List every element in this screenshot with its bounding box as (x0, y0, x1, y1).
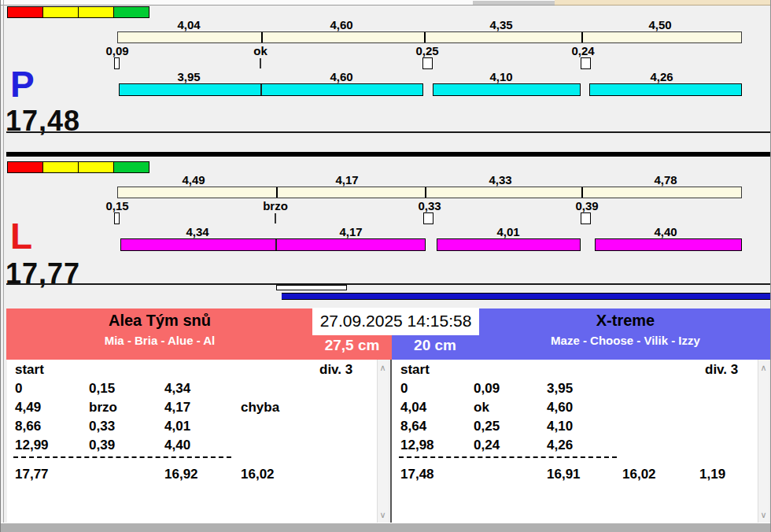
cell-leg-time: 4,60 (547, 400, 573, 416)
team-right-members: Maze - Choose - Vilik - Izzy (479, 334, 771, 347)
strip-segment-green (113, 6, 149, 18)
lane-p-split-4: 4,50 (621, 19, 699, 31)
cell-cum-time: 4,49 (15, 400, 41, 416)
timeline-divider (276, 187, 278, 198)
clean-time: 16,91 (547, 467, 581, 482)
cell-exchange: brzo (89, 400, 117, 416)
lane-p-exchange-1: 0,09 (82, 45, 153, 57)
diff-time: 1,19 (699, 467, 725, 482)
lane-l-run-4: 4,40 (626, 226, 705, 238)
exchange-checkbox[interactable] (114, 212, 120, 224)
team-right-category-badge: 20 cm (394, 335, 476, 356)
cell-leg-time: 4,26 (547, 438, 573, 453)
lane-l-timeline-bar (117, 187, 742, 198)
lane-l-letter: L (10, 218, 32, 254)
start-label: start (400, 362, 430, 378)
scroll-down-icon[interactable]: ∨ (758, 510, 769, 519)
exchange-tick-mark (260, 58, 261, 68)
timeline-divider (581, 187, 583, 198)
lane-p-split-2: 4,60 (302, 19, 381, 31)
cell-exchange: 0,33 (89, 419, 115, 434)
lane-l-run-2: 4,17 (312, 226, 390, 238)
right-table-scrollbar[interactable]: ∧ ∨ (758, 360, 769, 523)
cell-leg-time: 4,17 (164, 400, 190, 416)
strip-segment-red (7, 161, 43, 173)
run-bar-divider (260, 84, 262, 95)
lane-l-exchange-2: brzo (240, 200, 311, 212)
division-label: div. 3 (705, 362, 738, 378)
lane-p-run-3: 4,10 (462, 71, 540, 83)
lane-p-timeline-bar (117, 31, 742, 43)
cell-leg-time: 4,40 (164, 438, 190, 453)
cell-cum-time: 0 (15, 381, 22, 397)
cell-leg-time: 4,10 (547, 419, 573, 434)
team-left-name: Alea Tým snů (7, 312, 312, 330)
progress-marker-bar (276, 285, 347, 290)
cell-leg-time: 3,95 (547, 381, 573, 397)
lane-p-exchange-2: ok (225, 45, 296, 57)
lane-l-exchange-3: 0,33 (394, 200, 465, 212)
run-bar-divider (275, 239, 277, 250)
strip-segment-yellow (42, 6, 79, 18)
lane-l-exchange-4: 0,39 (552, 200, 622, 212)
cell-cum-time: 12,99 (15, 438, 49, 453)
cell-cum-time: 4,04 (400, 400, 426, 416)
lane-l-exchange-1: 0,15 (82, 200, 153, 212)
datetime-display: 27.09.2025 14:15:58 (312, 308, 479, 335)
cell-exchange: 0,24 (474, 438, 500, 453)
division-label: div. 3 (319, 362, 352, 378)
progress-bar (282, 293, 771, 300)
lane-p-run-1: 3,95 (149, 71, 228, 83)
lane-p-run-4: 4,26 (622, 71, 701, 83)
start-label: start (15, 362, 44, 378)
lane-l-split-4: 4,78 (626, 174, 705, 186)
exchange-checkbox[interactable] (422, 57, 433, 69)
team-right-results-list[interactable]: start div. 3 0 0,09 3,95 4,04 ok 4,60 8,… (392, 360, 758, 523)
lane-l-run-bar-b (437, 238, 581, 251)
timeline-divider (261, 32, 263, 42)
cell-cum-time: 8,66 (15, 419, 41, 434)
scroll-up-icon[interactable]: ∧ (378, 363, 388, 372)
exchange-checkbox[interactable] (581, 212, 591, 224)
exchange-checkbox[interactable] (114, 57, 120, 69)
table-separator (13, 456, 231, 458)
cell-leg-time: 4,34 (164, 381, 190, 397)
strip-segment-yellow (78, 161, 114, 173)
lane-l-status-strip (7, 161, 149, 173)
lane-l-run-bar-a (120, 238, 426, 251)
lane-p-run-bar-b (433, 83, 581, 96)
exchange-checkbox[interactable] (423, 212, 433, 224)
panel-divider-bar (6, 152, 771, 157)
exchange-checkbox[interactable] (581, 57, 591, 69)
cell-leg-time: 4,01 (164, 419, 190, 434)
total-time: 17,48 (400, 467, 434, 482)
lane-l-split-2: 4,17 (308, 174, 386, 186)
strip-segment-red (7, 6, 43, 18)
best-time: 16,02 (622, 467, 656, 482)
panel-divider-line (6, 131, 771, 133)
lane-p-exchange-4: 0,24 (548, 45, 618, 57)
lane-p-letter: P (10, 66, 35, 102)
lane-p-split-1: 4,04 (149, 19, 228, 31)
timeline-divider (425, 187, 426, 198)
cell-cum-time: 8,64 (400, 419, 426, 434)
scroll-down-icon[interactable]: ∨ (378, 510, 388, 519)
timing-app-window: 4,04 4,60 4,35 4,50 0,09 ok 0,25 0,24 3,… (0, 0, 771, 532)
table-separator (399, 456, 617, 458)
cell-exchange: 0,39 (89, 438, 115, 453)
cell-exchange: 0,15 (89, 381, 115, 397)
timeline-divider (581, 32, 583, 42)
cell-note: chyba (241, 400, 279, 416)
strip-segment-yellow (42, 161, 79, 173)
lane-p-split-3: 4,35 (462, 19, 540, 31)
scroll-up-icon[interactable]: ∧ (758, 363, 769, 372)
cell-exchange: 0,09 (474, 381, 500, 397)
strip-segment-green (113, 161, 149, 173)
lane-l-split-3: 4,33 (461, 174, 540, 186)
team-left-results-list[interactable]: start div. 3 0 0,15 4,34 4,49 brzo 4,17 … (7, 360, 377, 523)
best-time: 16,02 (241, 467, 275, 482)
lane-l-run-3: 4,01 (469, 226, 548, 238)
window-bottom-bar (1, 523, 771, 532)
left-table-scrollbar[interactable]: ∧ ∨ (377, 360, 388, 523)
lane-p-panel: 4,04 4,60 4,35 4,50 0,09 ok 0,25 0,24 3,… (1, 4, 771, 134)
